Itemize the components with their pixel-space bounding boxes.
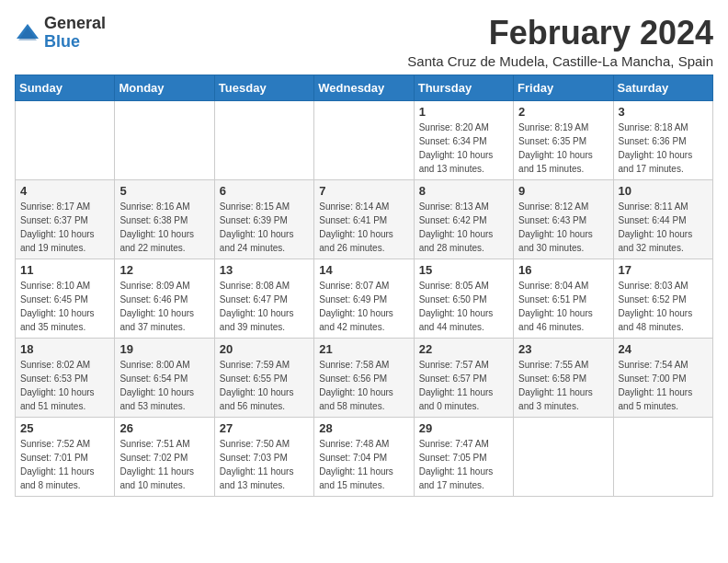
- day-info: Sunrise: 8:05 AMSunset: 6:50 PMDaylight:…: [419, 279, 508, 334]
- day-number: 9: [518, 184, 608, 198]
- calendar-cell: 21Sunrise: 7:58 AMSunset: 6:56 PMDayligh…: [314, 338, 414, 417]
- day-number: 11: [20, 263, 109, 277]
- day-info: Sunrise: 7:55 AMSunset: 6:58 PMDaylight:…: [518, 358, 608, 413]
- calendar-cell: [314, 100, 414, 179]
- day-number: 25: [20, 421, 109, 435]
- day-info: Sunrise: 8:20 AMSunset: 6:34 PMDaylight:…: [419, 121, 508, 176]
- day-info: Sunrise: 8:08 AMSunset: 6:47 PMDaylight:…: [220, 279, 309, 334]
- day-number: 8: [419, 184, 508, 198]
- calendar-cell: 6Sunrise: 8:15 AMSunset: 6:39 PMDaylight…: [214, 179, 313, 259]
- calendar-cell: [16, 100, 115, 179]
- calendar-cell: 14Sunrise: 8:07 AMSunset: 6:49 PMDayligh…: [314, 259, 414, 338]
- calendar-cell: 20Sunrise: 7:59 AMSunset: 6:55 PMDayligh…: [214, 338, 313, 417]
- day-number: 14: [319, 263, 408, 277]
- calendar-cell: 19Sunrise: 8:00 AMSunset: 6:54 PMDayligh…: [115, 338, 214, 417]
- calendar-cell: 27Sunrise: 7:50 AMSunset: 7:03 PMDayligh…: [214, 417, 313, 496]
- day-info: Sunrise: 7:48 AMSunset: 7:04 PMDaylight:…: [319, 437, 408, 492]
- day-number: 7: [319, 184, 408, 198]
- day-number: 28: [319, 421, 408, 435]
- day-number: 20: [220, 342, 309, 356]
- calendar-cell: 28Sunrise: 7:48 AMSunset: 7:04 PMDayligh…: [314, 417, 414, 496]
- day-number: 15: [419, 263, 508, 277]
- day-info: Sunrise: 8:17 AMSunset: 6:37 PMDaylight:…: [20, 200, 109, 255]
- day-number: 6: [220, 184, 309, 198]
- logo-icon: [15, 20, 40, 46]
- calendar-cell: 9Sunrise: 8:12 AMSunset: 6:43 PMDaylight…: [514, 179, 613, 259]
- day-number: 23: [518, 342, 608, 356]
- day-info: Sunrise: 8:19 AMSunset: 6:35 PMDaylight:…: [518, 121, 608, 176]
- day-info: Sunrise: 8:13 AMSunset: 6:42 PMDaylight:…: [419, 200, 508, 255]
- week-row: 18Sunrise: 8:02 AMSunset: 6:53 PMDayligh…: [16, 338, 713, 417]
- calendar-cell: 18Sunrise: 8:02 AMSunset: 6:53 PMDayligh…: [16, 338, 115, 417]
- day-info: Sunrise: 8:00 AMSunset: 6:54 PMDaylight:…: [119, 358, 209, 413]
- calendar-cell: 15Sunrise: 8:05 AMSunset: 6:50 PMDayligh…: [414, 259, 513, 338]
- calendar-cell: 11Sunrise: 8:10 AMSunset: 6:45 PMDayligh…: [16, 259, 115, 338]
- day-number: 13: [220, 263, 309, 277]
- location-title: Santa Cruz de Mudela, Castille-La Mancha…: [407, 53, 713, 69]
- calendar-cell: 12Sunrise: 8:09 AMSunset: 6:46 PMDayligh…: [115, 259, 214, 338]
- calendar-cell: [115, 100, 214, 179]
- day-number: 17: [619, 263, 708, 277]
- week-row: 11Sunrise: 8:10 AMSunset: 6:45 PMDayligh…: [16, 259, 713, 338]
- header-cell-tuesday: Tuesday: [214, 75, 313, 100]
- day-info: Sunrise: 8:04 AMSunset: 6:51 PMDaylight:…: [518, 279, 608, 334]
- day-number: 12: [119, 263, 209, 277]
- day-number: 21: [319, 342, 408, 356]
- calendar-cell: 26Sunrise: 7:51 AMSunset: 7:02 PMDayligh…: [115, 417, 214, 496]
- calendar-cell: 13Sunrise: 8:08 AMSunset: 6:47 PMDayligh…: [214, 259, 313, 338]
- calendar-cell: 3Sunrise: 8:18 AMSunset: 6:36 PMDaylight…: [613, 100, 712, 179]
- header-cell-friday: Friday: [514, 75, 613, 100]
- calendar-cell: 25Sunrise: 7:52 AMSunset: 7:01 PMDayligh…: [16, 417, 115, 496]
- calendar-cell: 8Sunrise: 8:13 AMSunset: 6:42 PMDaylight…: [414, 179, 513, 259]
- calendar-cell: [214, 100, 313, 179]
- header-cell-wednesday: Wednesday: [314, 75, 414, 100]
- day-number: 2: [518, 105, 608, 119]
- logo-text: General Blue: [44, 15, 106, 52]
- day-info: Sunrise: 7:50 AMSunset: 7:03 PMDaylight:…: [220, 437, 309, 492]
- day-info: Sunrise: 7:54 AMSunset: 7:00 PMDaylight:…: [619, 358, 708, 413]
- calendar-header-row: SundayMondayTuesdayWednesdayThursdayFrid…: [16, 75, 713, 100]
- day-info: Sunrise: 7:57 AMSunset: 6:57 PMDaylight:…: [419, 358, 508, 413]
- day-info: Sunrise: 8:03 AMSunset: 6:52 PMDaylight:…: [619, 279, 708, 334]
- day-number: 24: [619, 342, 708, 356]
- week-row: 25Sunrise: 7:52 AMSunset: 7:01 PMDayligh…: [16, 417, 713, 496]
- calendar-body: 1Sunrise: 8:20 AMSunset: 6:34 PMDaylight…: [16, 100, 713, 496]
- calendar: SundayMondayTuesdayWednesdayThursdayFrid…: [15, 75, 713, 497]
- day-info: Sunrise: 8:15 AMSunset: 6:39 PMDaylight:…: [220, 200, 309, 255]
- calendar-cell: 7Sunrise: 8:14 AMSunset: 6:41 PMDaylight…: [314, 179, 414, 259]
- calendar-cell: [613, 417, 712, 496]
- calendar-cell: 17Sunrise: 8:03 AMSunset: 6:52 PMDayligh…: [613, 259, 712, 338]
- month-title: February 2024: [407, 15, 713, 52]
- header-cell-monday: Monday: [115, 75, 214, 100]
- header-cell-sunday: Sunday: [16, 75, 115, 100]
- day-info: Sunrise: 7:47 AMSunset: 7:05 PMDaylight:…: [419, 437, 508, 492]
- day-number: 16: [518, 263, 608, 277]
- calendar-cell: 16Sunrise: 8:04 AMSunset: 6:51 PMDayligh…: [514, 259, 613, 338]
- header-cell-saturday: Saturday: [613, 75, 712, 100]
- calendar-cell: 2Sunrise: 8:19 AMSunset: 6:35 PMDaylight…: [514, 100, 613, 179]
- day-info: Sunrise: 7:59 AMSunset: 6:55 PMDaylight:…: [220, 358, 309, 413]
- day-info: Sunrise: 8:16 AMSunset: 6:38 PMDaylight:…: [119, 200, 209, 255]
- day-number: 5: [119, 184, 209, 198]
- title-area: February 2024 Santa Cruz de Mudela, Cast…: [407, 15, 713, 69]
- logo: General Blue: [15, 15, 106, 52]
- calendar-cell: [514, 417, 613, 496]
- day-info: Sunrise: 8:07 AMSunset: 6:49 PMDaylight:…: [319, 279, 408, 334]
- day-number: 1: [419, 105, 508, 119]
- week-row: 4Sunrise: 8:17 AMSunset: 6:37 PMDaylight…: [16, 179, 713, 259]
- day-info: Sunrise: 7:51 AMSunset: 7:02 PMDaylight:…: [119, 437, 209, 492]
- calendar-cell: 10Sunrise: 8:11 AMSunset: 6:44 PMDayligh…: [613, 179, 712, 259]
- day-info: Sunrise: 8:02 AMSunset: 6:53 PMDaylight:…: [20, 358, 109, 413]
- day-info: Sunrise: 7:52 AMSunset: 7:01 PMDaylight:…: [20, 437, 109, 492]
- week-row: 1Sunrise: 8:20 AMSunset: 6:34 PMDaylight…: [16, 100, 713, 179]
- day-info: Sunrise: 8:18 AMSunset: 6:36 PMDaylight:…: [619, 121, 708, 176]
- calendar-cell: 1Sunrise: 8:20 AMSunset: 6:34 PMDaylight…: [414, 100, 513, 179]
- day-number: 3: [619, 105, 708, 119]
- day-number: 10: [619, 184, 708, 198]
- day-number: 27: [220, 421, 309, 435]
- calendar-cell: 29Sunrise: 7:47 AMSunset: 7:05 PMDayligh…: [414, 417, 513, 496]
- day-number: 29: [419, 421, 508, 435]
- header-cell-thursday: Thursday: [414, 75, 513, 100]
- day-number: 26: [119, 421, 209, 435]
- day-info: Sunrise: 8:14 AMSunset: 6:41 PMDaylight:…: [319, 200, 408, 255]
